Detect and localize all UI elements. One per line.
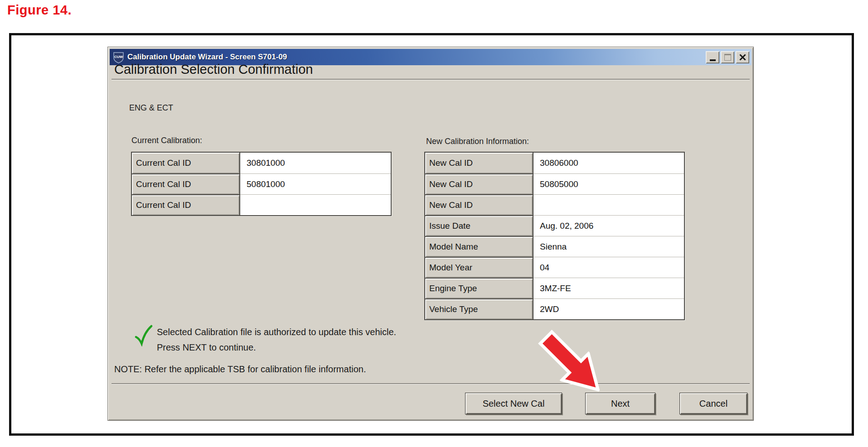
current-calibration-table: Current Cal ID 30801000 Current Cal ID 5… xyxy=(131,152,392,216)
table-row: Model Year 04 xyxy=(425,257,684,278)
table-cell-label: Current Cal ID xyxy=(132,153,240,173)
window-title: Calibration Update Wizard - Screen S701-… xyxy=(127,53,706,62)
status-line-1: Selected Calibration file is authorized … xyxy=(157,324,396,340)
note-text: NOTE: Refer the applicable TSB for calib… xyxy=(114,364,366,375)
status-message: Selected Calibration file is authorized … xyxy=(157,324,396,355)
table-row: Current Cal ID 30801000 xyxy=(132,153,391,173)
table-row: Model Name Sienna xyxy=(425,236,684,257)
minimize-button[interactable] xyxy=(706,51,719,63)
table-row: Engine Type 3MZ-FE xyxy=(425,278,684,298)
dialog-window: CUW Calibration Update Wizard - Screen S… xyxy=(107,47,754,421)
table-row: Current Cal ID xyxy=(132,194,391,215)
maximize-button[interactable] xyxy=(721,51,734,63)
table-cell-label: Model Year xyxy=(425,257,533,278)
new-calibration-label: New Calibration Information: xyxy=(426,137,529,146)
table-row: Current Cal ID 50801000 xyxy=(132,173,391,194)
table-cell-value xyxy=(240,194,391,215)
current-calibration-label: Current Calibration: xyxy=(131,136,202,145)
table-cell-value xyxy=(533,194,684,215)
table-row: New Cal ID 50805000 xyxy=(425,173,684,194)
table-cell-label: Engine Type xyxy=(425,278,533,298)
table-cell-value: 30801000 xyxy=(240,153,391,173)
table-cell-label: Current Cal ID xyxy=(132,194,240,215)
table-cell-value: 50801000 xyxy=(240,173,391,194)
table-row: New Cal ID xyxy=(425,194,684,215)
button-divider xyxy=(112,383,750,385)
table-row: Issue Date Aug. 02, 2006 xyxy=(425,215,684,236)
figure-frame: CUW Calibration Update Wizard - Screen S… xyxy=(9,33,854,436)
cuw-app-icon: CUW xyxy=(112,51,125,63)
select-new-cal-button[interactable]: Select New Cal xyxy=(465,393,562,414)
table-cell-label: Current Cal ID xyxy=(132,173,240,194)
table-cell-value: 04 xyxy=(533,257,684,278)
table-cell-value: Aug. 02, 2006 xyxy=(533,215,684,236)
table-cell-label: Vehicle Type xyxy=(425,298,533,319)
check-icon xyxy=(134,325,153,346)
status-line-2: Press NEXT to continue. xyxy=(157,340,396,355)
next-button[interactable]: Next xyxy=(585,393,655,414)
window-controls xyxy=(706,51,749,63)
close-icon xyxy=(739,54,746,60)
table-cell-label: New Cal ID xyxy=(425,153,533,173)
table-cell-label: Model Name xyxy=(425,236,533,257)
table-cell-value: 3MZ-FE xyxy=(533,278,684,298)
maximize-icon xyxy=(724,54,731,61)
svg-text:CUW: CUW xyxy=(114,55,123,59)
close-button[interactable] xyxy=(736,51,749,63)
table-cell-label: Issue Date xyxy=(425,215,533,236)
system-label: ENG & ECT xyxy=(129,103,173,113)
table-row: Vehicle Type 2WD xyxy=(425,298,684,319)
cancel-button[interactable]: Cancel xyxy=(679,393,747,414)
table-cell-label: New Cal ID xyxy=(425,173,533,194)
page: Figure 14. CUW Calibration Update Wizard… xyxy=(0,0,868,447)
table-cell-value: 2WD xyxy=(533,298,684,319)
table-cell-value: Sienna xyxy=(533,236,684,257)
table-cell-value: 50805000 xyxy=(533,173,684,194)
minimize-icon xyxy=(710,59,716,61)
new-calibration-table: New Cal ID 30806000 New Cal ID 50805000 … xyxy=(424,152,685,320)
heading-divider xyxy=(112,79,750,80)
figure-label: Figure 14. xyxy=(7,3,72,18)
table-cell-label: New Cal ID xyxy=(425,194,533,215)
page-title: Calibration Selection Confirmation xyxy=(114,62,313,77)
table-row: New Cal ID 30806000 xyxy=(425,153,684,173)
table-cell-value: 30806000 xyxy=(533,153,684,173)
